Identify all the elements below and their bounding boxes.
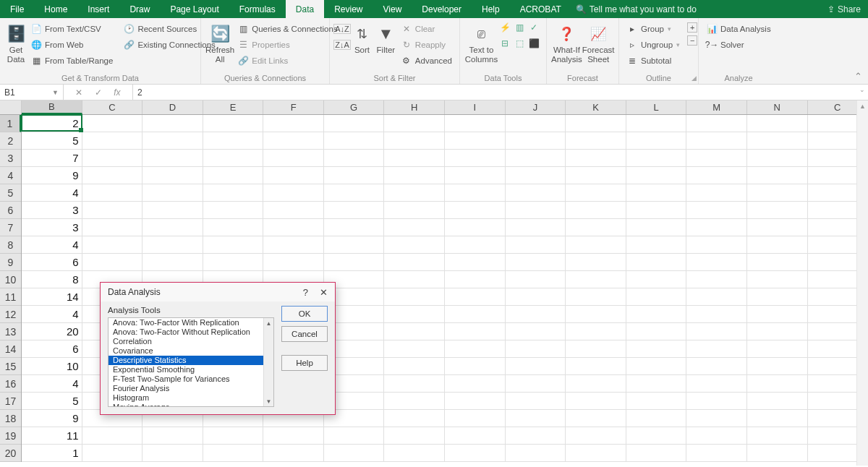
cell[interactable] bbox=[324, 445, 385, 462]
cell[interactable] bbox=[626, 132, 687, 150]
row-header-5[interactable]: 5 bbox=[0, 184, 21, 202]
cell[interactable] bbox=[747, 410, 808, 427]
cell[interactable]: 5 bbox=[22, 393, 82, 410]
column-header-C[interactable]: C bbox=[82, 100, 143, 114]
cell[interactable] bbox=[324, 254, 385, 271]
cell[interactable] bbox=[626, 393, 687, 410]
cell[interactable] bbox=[506, 427, 566, 445]
cell[interactable] bbox=[506, 375, 566, 393]
cell[interactable] bbox=[445, 132, 506, 150]
cell[interactable] bbox=[747, 132, 808, 150]
cell[interactable] bbox=[445, 167, 506, 184]
cell[interactable] bbox=[263, 254, 324, 271]
analysis-tool-item[interactable]: Descriptive Statistics bbox=[109, 356, 273, 365]
cell[interactable] bbox=[686, 167, 747, 184]
cell[interactable] bbox=[626, 271, 687, 288]
cell[interactable] bbox=[384, 202, 445, 219]
cell[interactable] bbox=[445, 410, 506, 427]
cell[interactable] bbox=[506, 150, 566, 167]
cell[interactable] bbox=[626, 115, 687, 132]
cell[interactable] bbox=[686, 393, 747, 410]
cell[interactable] bbox=[203, 219, 264, 236]
row-header-7[interactable]: 7 bbox=[0, 219, 21, 236]
group-button[interactable]: ▸Group▾ bbox=[624, 21, 683, 37]
cell[interactable]: 1 bbox=[22, 445, 82, 462]
vertical-scrollbar[interactable]: ▲ bbox=[856, 100, 868, 466]
scroll-up-icon[interactable]: ▲ bbox=[857, 100, 868, 112]
cell[interactable] bbox=[747, 184, 808, 202]
cell[interactable] bbox=[626, 184, 687, 202]
cell[interactable] bbox=[142, 254, 203, 271]
cell[interactable] bbox=[324, 167, 385, 184]
cell[interactable] bbox=[324, 150, 385, 167]
cell[interactable] bbox=[203, 150, 264, 167]
cell[interactable] bbox=[626, 340, 687, 358]
row-header-15[interactable]: 15 bbox=[0, 358, 21, 375]
cell[interactable] bbox=[686, 184, 747, 202]
analysis-tool-item[interactable]: Histogram bbox=[109, 393, 273, 403]
menu-tab-formulas[interactable]: Formulas bbox=[229, 0, 286, 18]
cell[interactable] bbox=[445, 184, 506, 202]
scroll-down-icon[interactable]: ▼ bbox=[264, 396, 273, 406]
cell[interactable] bbox=[506, 271, 566, 288]
cell[interactable] bbox=[747, 271, 808, 288]
name-box[interactable]: B1 ▼ bbox=[0, 85, 64, 100]
sort-ascending-button[interactable]: A↓Z bbox=[333, 24, 351, 34]
row-header-2[interactable]: 2 bbox=[0, 132, 21, 150]
cell[interactable]: 3 bbox=[22, 202, 82, 219]
cell[interactable] bbox=[747, 445, 808, 462]
cell[interactable]: 14 bbox=[22, 288, 82, 306]
row-header-8[interactable]: 8 bbox=[0, 236, 21, 254]
properties-button[interactable]: ☰Properties bbox=[234, 37, 340, 53]
row-header-3[interactable]: 3 bbox=[0, 150, 21, 167]
data-tool-button-4[interactable]: ⬚ bbox=[513, 37, 526, 50]
cell[interactable] bbox=[82, 445, 143, 462]
cell[interactable] bbox=[566, 150, 626, 167]
what-if-button[interactable]: ❓ What-If Analysis bbox=[551, 21, 582, 64]
cell[interactable] bbox=[384, 375, 445, 393]
enter-formula-button[interactable]: ✓ bbox=[95, 87, 102, 98]
cell[interactable] bbox=[686, 306, 747, 323]
cell[interactable] bbox=[203, 445, 264, 462]
cell[interactable] bbox=[445, 254, 506, 271]
row-header-14[interactable]: 14 bbox=[0, 340, 21, 358]
row-header-20[interactable]: 20 bbox=[0, 445, 21, 462]
cell[interactable] bbox=[747, 150, 808, 167]
cell[interactable] bbox=[203, 236, 264, 254]
cell[interactable] bbox=[445, 115, 506, 132]
get-data-button[interactable]: 🗄️ Get Data bbox=[4, 21, 27, 69]
cell[interactable] bbox=[445, 427, 506, 445]
cell[interactable] bbox=[142, 427, 203, 445]
share-button[interactable]: ⇪Share bbox=[820, 0, 868, 18]
reapply-filter-button[interactable]: ↻Reapply bbox=[398, 37, 455, 53]
cell[interactable] bbox=[747, 288, 808, 306]
cell[interactable] bbox=[203, 167, 264, 184]
column-header-L[interactable]: L bbox=[626, 100, 687, 114]
cell[interactable] bbox=[445, 271, 506, 288]
cell[interactable] bbox=[82, 254, 143, 271]
subtotal-button[interactable]: ≣Subtotal bbox=[624, 53, 683, 69]
cell[interactable] bbox=[263, 115, 324, 132]
menu-tab-data[interactable]: Data bbox=[286, 0, 324, 18]
cell[interactable] bbox=[747, 236, 808, 254]
formula-input[interactable]: 2 bbox=[133, 85, 868, 100]
cell[interactable] bbox=[203, 427, 264, 445]
cell[interactable] bbox=[384, 184, 445, 202]
cell[interactable] bbox=[82, 167, 143, 184]
analysis-tool-item[interactable]: Exponential Smoothing bbox=[109, 365, 273, 374]
row-header-18[interactable]: 18 bbox=[0, 410, 21, 427]
cell[interactable] bbox=[324, 236, 385, 254]
menu-tab-file[interactable]: File bbox=[0, 0, 34, 18]
cell[interactable] bbox=[626, 254, 687, 271]
cell[interactable] bbox=[686, 375, 747, 393]
cell[interactable]: 5 bbox=[22, 132, 82, 150]
cell[interactable] bbox=[566, 427, 626, 445]
cell[interactable]: 4 bbox=[22, 375, 82, 393]
cell[interactable] bbox=[82, 115, 143, 132]
cell[interactable] bbox=[506, 184, 566, 202]
cell[interactable]: 4 bbox=[22, 236, 82, 254]
cell[interactable] bbox=[82, 202, 143, 219]
cell[interactable] bbox=[747, 323, 808, 340]
row-header-10[interactable]: 10 bbox=[0, 271, 21, 288]
column-header-F[interactable]: F bbox=[263, 100, 324, 114]
